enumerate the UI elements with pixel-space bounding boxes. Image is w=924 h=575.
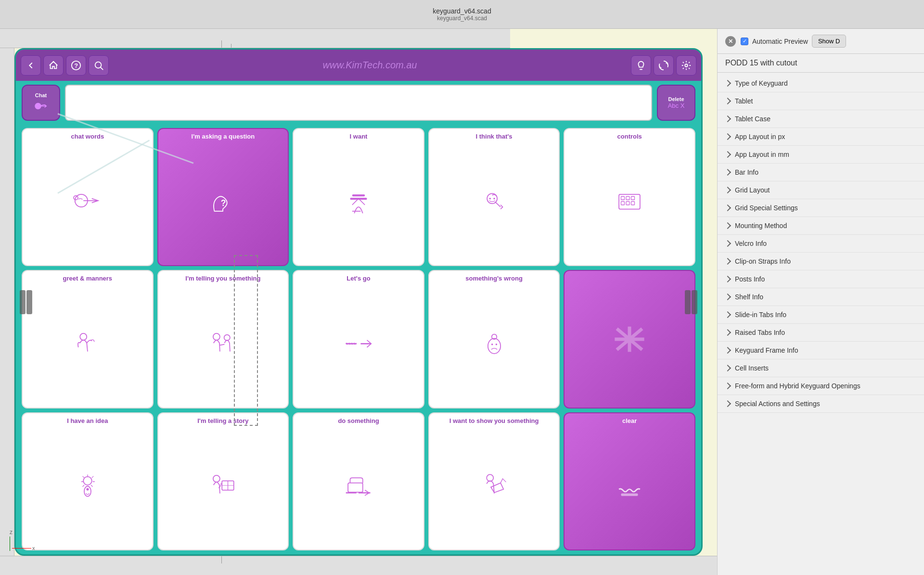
settings-item-7[interactable]: Grid Special Settings bbox=[718, 199, 924, 217]
svg-rect-26 bbox=[346, 343, 357, 345]
settings-arrow-icon bbox=[724, 151, 731, 158]
nav-buttons: ? bbox=[21, 55, 109, 76]
device-url: www.KimTech.com.au bbox=[323, 60, 417, 71]
side-handle-right[interactable] bbox=[685, 290, 697, 314]
delete-abc: Abc X bbox=[668, 102, 685, 109]
settings-label-11: Posts Info bbox=[735, 275, 765, 283]
settings-arrow-icon bbox=[724, 294, 731, 300]
home-button[interactable] bbox=[43, 55, 64, 76]
cell-lets-go[interactable]: Let's go bbox=[293, 270, 424, 408]
settings-item-13[interactable]: Slide-in Tabs Info bbox=[718, 306, 924, 324]
help-button[interactable]: ? bbox=[66, 55, 86, 76]
settings-item-10[interactable]: Clip-on Straps Info bbox=[718, 253, 924, 270]
svg-point-2 bbox=[95, 62, 102, 68]
settings-arrow-icon bbox=[724, 347, 731, 354]
settings-item-0[interactable]: Type of Keyguard bbox=[718, 75, 924, 92]
settings-item-4[interactable]: App Layout in mm bbox=[718, 146, 924, 164]
axis-indicator: z x bbox=[10, 529, 35, 551]
settings-label-0: Type of Keyguard bbox=[735, 79, 788, 87]
cell-icon-do-something bbox=[297, 424, 420, 546]
settings-item-8[interactable]: Mounting Method bbox=[718, 217, 924, 235]
svg-point-40 bbox=[487, 474, 493, 481]
main-title: keyguard_v64.scad bbox=[433, 7, 491, 15]
settings-arrow-icon bbox=[724, 98, 731, 104]
device-top-right bbox=[631, 55, 696, 76]
settings-arrow-icon bbox=[724, 204, 731, 211]
cell-wrong[interactable]: something's wrong bbox=[428, 270, 560, 408]
cell-asking-question[interactable]: I'm asking a question ? bbox=[157, 128, 289, 266]
settings-item-14[interactable]: Raised Tabs Info bbox=[718, 324, 924, 342]
auto-preview-checkbox[interactable] bbox=[741, 38, 748, 45]
settings-label-9: Velcro Info bbox=[735, 240, 767, 247]
sync-button[interactable] bbox=[654, 55, 674, 76]
title-bar: keyguard_v64.scad keyguard_v64.scad bbox=[0, 0, 924, 29]
main-layout: ? www.KimTech.com.au bbox=[0, 29, 924, 575]
cell-idea[interactable]: I have an idea bbox=[22, 412, 154, 550]
settings-button[interactable] bbox=[676, 55, 696, 76]
settings-item-16[interactable]: Cell Inserts bbox=[718, 359, 924, 377]
settings-item-11[interactable]: Posts Info bbox=[718, 270, 924, 288]
delete-button[interactable]: Delete Abc X bbox=[657, 85, 695, 121]
cell-decorative-1[interactable] bbox=[564, 270, 695, 408]
cell-story[interactable]: I'm telling a story bbox=[157, 412, 289, 550]
settings-label-18: Special Actions and Settings bbox=[735, 400, 820, 408]
cell-i-want[interactable]: I want bbox=[293, 128, 424, 266]
cell-telling-you[interactable]: I'm telling you something bbox=[157, 270, 289, 408]
settings-item-3[interactable]: App Layout in px bbox=[718, 128, 924, 146]
settings-label-16: Cell Inserts bbox=[735, 364, 769, 372]
cell-clear[interactable]: clear bbox=[564, 412, 695, 550]
svg-text:?: ? bbox=[74, 62, 78, 69]
settings-item-18[interactable]: Special Actions and Settings bbox=[718, 395, 924, 413]
side-handle-left[interactable] bbox=[20, 290, 32, 314]
cell-show[interactable]: I want to show you something bbox=[428, 412, 560, 550]
settings-item-2[interactable]: Tablet Case bbox=[718, 110, 924, 128]
svg-text:?: ? bbox=[221, 199, 226, 208]
settings-arrow-icon bbox=[724, 276, 731, 282]
settings-item-1[interactable]: Tablet bbox=[718, 92, 924, 110]
settings-list: Type of KeyguardTabletTablet CaseApp Lay… bbox=[718, 73, 924, 415]
cell-label-clear: clear bbox=[622, 417, 637, 425]
settings-label-14: Raised Tabs Info bbox=[735, 329, 785, 336]
settings-item-12[interactable]: Shelf Info bbox=[718, 288, 924, 306]
settings-arrow-icon bbox=[724, 222, 731, 229]
settings-item-5[interactable]: Bar Info bbox=[718, 164, 924, 181]
settings-arrow-icon bbox=[724, 240, 731, 247]
svg-point-14 bbox=[489, 198, 491, 200]
settings-item-9[interactable]: Velcro Info bbox=[718, 235, 924, 253]
search-button[interactable] bbox=[89, 55, 109, 76]
settings-label-8: Mounting Method bbox=[735, 222, 787, 230]
cell-icon-chat-words bbox=[26, 141, 149, 262]
cell-icon-lets-go bbox=[297, 282, 420, 404]
svg-point-6 bbox=[37, 106, 38, 108]
svg-point-33 bbox=[84, 486, 91, 497]
show-d-button[interactable]: Show D bbox=[812, 35, 847, 48]
svg-rect-18 bbox=[626, 197, 629, 200]
cell-think[interactable]: I think that's bbox=[428, 128, 560, 266]
chat-button[interactable]: Chat bbox=[22, 85, 60, 121]
svg-point-35 bbox=[213, 475, 220, 482]
bulb-button[interactable] bbox=[631, 55, 651, 76]
cell-chat-words[interactable]: chat words bbox=[22, 128, 154, 266]
svg-point-5 bbox=[35, 103, 41, 109]
cell-icon-show bbox=[433, 424, 555, 546]
back-button[interactable] bbox=[21, 55, 41, 76]
settings-item-17[interactable]: Free-form and Hybrid Keyguard Openings bbox=[718, 377, 924, 395]
svg-rect-19 bbox=[631, 197, 635, 200]
settings-item-6[interactable]: Grid Layout bbox=[718, 181, 924, 199]
svg-point-15 bbox=[493, 198, 495, 200]
svg-point-24 bbox=[213, 333, 220, 340]
settings-arrow-icon bbox=[724, 383, 731, 389]
cell-icon-telling-you bbox=[162, 282, 284, 404]
settings-label-1: Tablet bbox=[735, 97, 753, 105]
settings-label-5: Bar Info bbox=[735, 168, 758, 176]
cell-icon-think bbox=[433, 141, 555, 262]
cell-greet[interactable]: greet & manners bbox=[22, 270, 154, 408]
svg-rect-37 bbox=[348, 483, 363, 492]
settings-item-15[interactable]: Keyguard Frame Info bbox=[718, 342, 924, 359]
close-button[interactable]: ✕ bbox=[725, 36, 736, 47]
cell-controls[interactable]: controls bbox=[564, 128, 695, 266]
svg-point-4 bbox=[685, 64, 688, 67]
cell-do-something[interactable]: do something bbox=[293, 412, 424, 550]
delete-label: Delete bbox=[668, 96, 684, 102]
device-frame: ? www.KimTech.com.au bbox=[14, 48, 703, 556]
